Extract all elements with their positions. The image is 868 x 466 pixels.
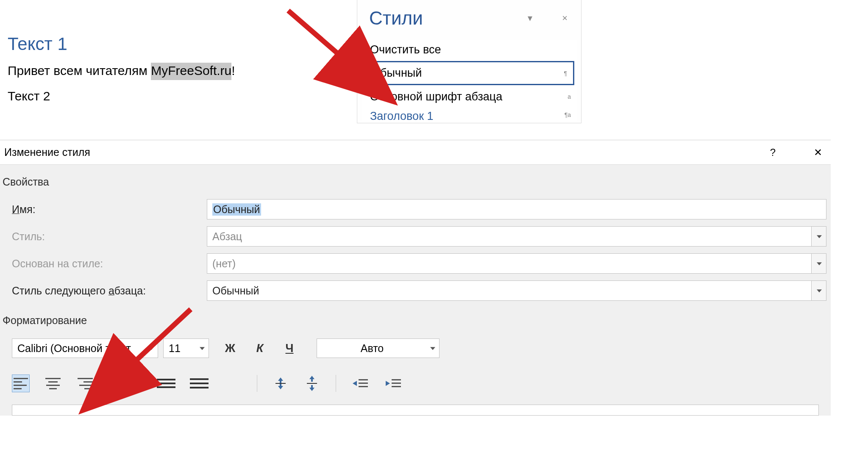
styles-panel-title: Стили	[369, 8, 423, 29]
svg-rect-3	[359, 383, 368, 384]
styles-panel-menu-icon[interactable]: ▾	[528, 13, 532, 24]
font-name-select[interactable]: Calibri (Основной текст	[12, 338, 158, 358]
selected-text[interactable]: MyFreeSoft.ru	[151, 63, 231, 80]
bold-button[interactable]: Ж	[222, 342, 239, 355]
heading-1[interactable]: Текст 1	[8, 34, 389, 54]
document-area: Текст 1 Привет всем читателям MyFreeSoft…	[8, 34, 389, 103]
underline-button[interactable]: Ч	[281, 342, 298, 355]
align-center-button[interactable]	[44, 374, 62, 392]
name-input[interactable]: Обычный	[207, 199, 826, 219]
style-item-label: Очистить все	[370, 43, 441, 56]
svg-rect-5	[392, 379, 401, 380]
decrease-indent-button[interactable]	[351, 375, 370, 392]
field-row-basedon: Основан на стиле: (нет)	[0, 250, 831, 277]
chevron-down-icon	[149, 347, 154, 350]
formatting-toolbar: Calibri (Основной текст 11 Ж К Ч Авто	[0, 334, 831, 360]
align-left-button[interactable]	[12, 374, 30, 392]
style-item-label: Обычный	[371, 67, 422, 79]
svg-rect-2	[359, 379, 368, 380]
field-row-styletype: Стиль: Абзац	[0, 223, 831, 250]
name-label: Имя:	[12, 203, 207, 216]
basedon-label: Основан на стиле:	[12, 258, 207, 270]
body-paragraph[interactable]: Привет всем читателям MyFreeSoft.ru!	[8, 64, 389, 78]
section-formatting-label: Форматирование	[0, 304, 831, 334]
style-item-label: Основной шрифт абзаца	[370, 90, 502, 103]
style-item-default-font[interactable]: Основной шрифт абзаца a	[362, 87, 577, 106]
styletype-label: Стиль:	[12, 230, 207, 243]
increase-indent-button[interactable]	[384, 375, 403, 392]
nextstyle-value: Обычный	[212, 285, 259, 297]
help-button[interactable]: ?	[770, 147, 776, 158]
align-right-button[interactable]	[76, 374, 94, 392]
svg-rect-6	[392, 383, 401, 384]
style-item-heading1[interactable]: Заголовок 1 ¶a	[362, 106, 577, 123]
style-item-clear-all[interactable]: Очистить все	[362, 40, 577, 59]
section-properties-label: Свойства	[0, 169, 831, 196]
chevron-down-icon	[200, 347, 205, 350]
dialog-title-bar: Изменение стиля ? ✕	[0, 140, 831, 164]
style-preview-box	[12, 405, 819, 416]
style-item-marker: a	[568, 93, 571, 100]
nextstyle-label: Стиль следующего абзаца:	[12, 285, 207, 297]
line-spacing-1-button[interactable]	[157, 377, 175, 390]
name-input-value: Обычный	[212, 203, 261, 216]
svg-rect-0	[275, 383, 286, 384]
decrease-space-before-button[interactable]	[303, 375, 320, 392]
style-item-marker: ¶a	[565, 111, 571, 118]
styles-list: Очистить все Обычный ¶ Основной шрифт аб…	[362, 40, 577, 123]
line-spacing-1_5-button[interactable]	[190, 377, 209, 390]
font-name-value: Calibri (Основной текст	[17, 342, 131, 355]
field-row-name: Имя: Обычный	[0, 196, 831, 223]
italic-button[interactable]: К	[251, 342, 268, 355]
styles-panel-close-icon[interactable]: ×	[562, 13, 568, 24]
styletype-select: Абзац	[207, 226, 826, 247]
field-row-nextstyle: Стиль следующего абзаца: Обычный	[0, 277, 831, 304]
font-color-select[interactable]: Авто	[317, 338, 440, 358]
line-spacing-2-button[interactable]	[223, 377, 242, 390]
svg-rect-4	[359, 386, 368, 387]
styles-panel-header: Стили ▾ ×	[357, 0, 581, 37]
dialog-title: Изменение стиля	[4, 146, 90, 158]
style-item-label: Заголовок 1	[370, 110, 433, 122]
styletype-value: Абзац	[212, 230, 242, 243]
chevron-down-icon	[430, 347, 435, 350]
nextstyle-select[interactable]: Обычный	[207, 280, 826, 301]
align-justify-button[interactable]	[108, 374, 126, 392]
chevron-down-icon	[817, 289, 822, 292]
paragraph-toolbar	[0, 365, 831, 399]
font-color-value: Авто	[361, 342, 384, 355]
increase-space-before-button[interactable]	[272, 375, 289, 392]
style-item-marker: ¶	[564, 70, 567, 77]
svg-rect-1	[307, 383, 317, 384]
font-size-value: 11	[169, 342, 181, 355]
svg-rect-7	[392, 386, 401, 387]
chevron-down-icon	[817, 235, 822, 238]
modify-style-dialog: Изменение стиля ? ✕ Свойства Имя: Обычны…	[0, 140, 831, 416]
heading-2[interactable]: Текст 2	[8, 89, 389, 103]
style-item-normal[interactable]: Обычный ¶	[364, 61, 574, 85]
body-text-prefix: Привет всем читателям	[8, 64, 151, 78]
basedon-value: (нет)	[212, 258, 236, 270]
chevron-down-icon	[817, 262, 822, 265]
styles-panel: Стили ▾ × Очистить все Обычный ¶ Основно…	[357, 0, 581, 123]
font-size-select[interactable]: 11	[163, 338, 209, 358]
basedon-select: (нет)	[207, 253, 826, 274]
body-text-suffix: !	[231, 64, 235, 78]
close-button[interactable]: ✕	[814, 147, 822, 158]
